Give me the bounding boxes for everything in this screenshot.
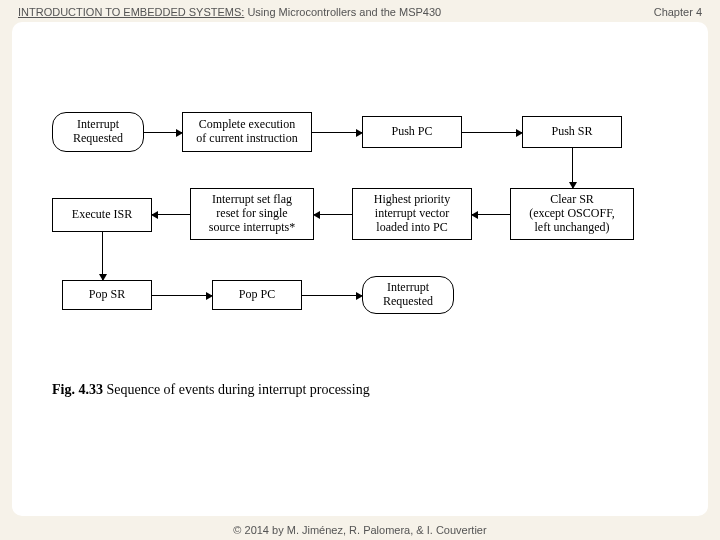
arrow-icon (144, 132, 182, 133)
figure-number: Fig. 4.33 (52, 382, 103, 397)
book-title-suffix: Using Microcontrollers and the MSP430 (244, 6, 441, 18)
chapter-label: Chapter 4 (654, 6, 702, 18)
node-push-sr: Push SR (522, 116, 622, 148)
node-reset-flag: Interrupt set flagreset for singlesource… (190, 188, 314, 240)
arrow-icon (312, 132, 362, 133)
copyright-footer: © 2014 by M. Jiménez, R. Palomera, & I. … (0, 524, 720, 536)
slide-body: InterruptRequested Complete executionof … (12, 22, 708, 516)
arrow-icon (102, 232, 103, 280)
slide-header: INTRODUCTION TO EMBEDDED SYSTEMS: Using … (0, 0, 720, 18)
arrow-icon (302, 295, 362, 296)
arrow-icon (472, 214, 510, 215)
node-push-pc: Push PC (362, 116, 462, 148)
arrow-icon (152, 295, 212, 296)
node-pop-pc: Pop PC (212, 280, 302, 310)
arrow-icon (314, 214, 352, 215)
node-pop-sr: Pop SR (62, 280, 152, 310)
node-clear-sr: Clear SR(except OSCOFF,left unchanged) (510, 188, 634, 240)
figure-caption: Fig. 4.33 Sequence of events during inte… (52, 382, 370, 398)
figure-text: Sequence of events during interrupt proc… (103, 382, 370, 397)
node-execute-isr: Execute ISR (52, 198, 152, 232)
flow-diagram: InterruptRequested Complete executionof … (52, 112, 672, 372)
arrow-icon (572, 148, 573, 188)
node-interrupt-requested-start: InterruptRequested (52, 112, 144, 152)
node-complete-execution: Complete executionof current instruction (182, 112, 312, 152)
arrow-icon (462, 132, 522, 133)
node-interrupt-requested-end: InterruptRequested (362, 276, 454, 314)
book-title-prefix: INTRODUCTION TO EMBEDDED SYSTEMS: (18, 6, 244, 18)
node-load-vector: Highest priorityinterrupt vectorloaded i… (352, 188, 472, 240)
book-title: INTRODUCTION TO EMBEDDED SYSTEMS: Using … (18, 6, 441, 18)
arrow-icon (152, 214, 190, 215)
